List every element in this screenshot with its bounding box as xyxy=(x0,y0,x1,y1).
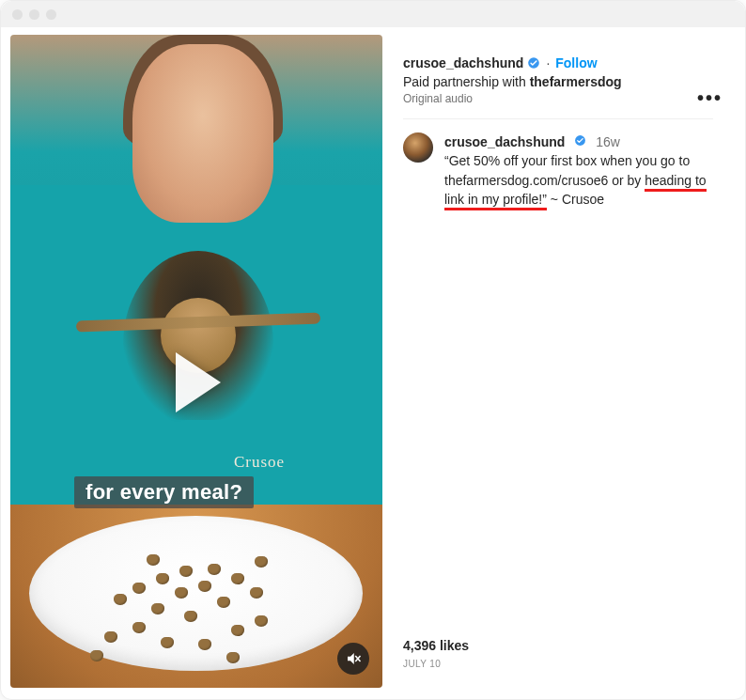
paid-partnership-prefix: Paid partnership with xyxy=(403,74,530,89)
plate xyxy=(29,516,363,671)
kibble-piece xyxy=(156,573,169,584)
kibble-piece xyxy=(231,625,244,636)
likes-count[interactable]: 4,396 likes xyxy=(403,638,719,653)
kibble-piece xyxy=(255,615,268,627)
post-header: crusoe_dachshund · Follow Paid partnersh… xyxy=(403,35,728,118)
follow-button[interactable]: Follow xyxy=(555,55,597,70)
window-zoom-dot[interactable] xyxy=(46,9,56,20)
post-date: July 10 xyxy=(403,659,719,669)
comment-text-after: ~ Crusoe xyxy=(547,192,604,207)
info-panel: crusoe_dachshund · Follow Paid partnersh… xyxy=(382,35,736,688)
post-footer: 4,396 likes July 10 xyxy=(403,630,728,688)
author-username[interactable]: crusoe_dachshund xyxy=(403,55,523,70)
verified-badge-icon xyxy=(574,134,586,147)
kibble-piece xyxy=(90,650,103,661)
kibble-piece xyxy=(255,556,268,568)
scroll-spacer xyxy=(403,209,713,509)
window-minimize-dot[interactable] xyxy=(29,9,39,20)
kibble-piece xyxy=(132,622,146,633)
play-button[interactable] xyxy=(161,345,236,420)
comment-author-username[interactable]: crusoe_dachshund xyxy=(444,134,565,149)
paid-partnership-line: Paid partnership with thefarmersdog xyxy=(403,74,719,89)
comment-body: crusoe_dachshund 16w “Get 50% off your f… xyxy=(444,132,713,209)
avatar[interactable] xyxy=(403,132,433,163)
partner-name[interactable]: thefarmersdog xyxy=(530,74,622,89)
window-title-bar xyxy=(1,1,745,27)
comments-scroll-area[interactable]: crusoe_dachshund 16w “Get 50% off your f… xyxy=(403,119,728,630)
kibble-piece xyxy=(175,587,188,599)
kibble-piece xyxy=(226,652,240,663)
separator-dot: · xyxy=(544,55,552,70)
audio-attribution[interactable]: Original audio xyxy=(403,92,719,105)
verified-badge-icon xyxy=(527,56,540,70)
kibble-piece xyxy=(217,597,230,608)
audio-muted-icon xyxy=(345,650,362,667)
video-caption-overlay: for every meal? xyxy=(74,476,254,508)
media-video-frame[interactable]: Crusoe for every meal? xyxy=(10,35,382,688)
kibble-piece xyxy=(114,594,127,605)
comment-timestamp: 16w xyxy=(596,134,620,149)
kibble-piece xyxy=(179,566,193,577)
kibble-piece xyxy=(231,573,244,584)
kibble-piece xyxy=(151,603,164,614)
caption-comment: crusoe_dachshund 16w “Get 50% off your f… xyxy=(403,132,713,209)
kibble-piece xyxy=(104,631,117,643)
more-options-button[interactable]: ••• xyxy=(697,87,723,109)
kibble-piece xyxy=(208,564,221,575)
mute-toggle-button[interactable] xyxy=(337,643,369,675)
person-face xyxy=(132,44,273,223)
kibble-piece xyxy=(250,587,263,599)
post-content: Crusoe for every meal? xyxy=(1,27,745,699)
play-icon xyxy=(176,352,221,412)
kibble-piece xyxy=(147,554,160,566)
kibble-piece xyxy=(198,581,211,592)
kibble-piece xyxy=(184,611,197,622)
browser-window: Crusoe for every meal? xyxy=(0,0,746,700)
tshirt-print-label: Crusoe xyxy=(234,453,285,472)
kibble-piece xyxy=(161,637,174,648)
kibble-piece xyxy=(132,583,146,594)
kibble-piece xyxy=(198,639,211,650)
window-close-dot[interactable] xyxy=(12,9,23,20)
header-top-row: crusoe_dachshund · Follow xyxy=(403,55,719,70)
